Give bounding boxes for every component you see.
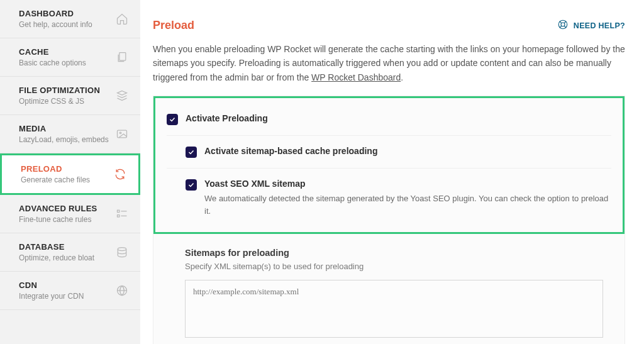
sitemaps-textarea[interactable] bbox=[185, 280, 603, 338]
option-label: Activate sitemap-based cache preloading bbox=[204, 146, 611, 156]
copy-icon bbox=[115, 50, 129, 64]
sidebar-item-advanced-rules[interactable]: ADVANCED RULES Fine-tune cache rules bbox=[0, 195, 140, 233]
sidebar-item-database[interactable]: DATABASE Optimize, reduce bloat bbox=[0, 233, 140, 272]
nav-subtitle: Get help, account info bbox=[19, 20, 115, 29]
sidebar: DASHBOARD Get help, account info CACHE B… bbox=[0, 0, 140, 344]
svg-rect-1 bbox=[118, 130, 127, 138]
database-icon bbox=[115, 245, 129, 259]
sitemaps-title: Sitemaps for preloading bbox=[185, 248, 603, 258]
svg-line-12 bbox=[564, 26, 566, 28]
sidebar-item-media[interactable]: MEDIA LazyLoad, emojis, embeds bbox=[0, 115, 140, 153]
nav-title: FILE OPTIMIZATION bbox=[19, 86, 115, 95]
svg-line-14 bbox=[564, 21, 566, 23]
home-icon bbox=[115, 12, 129, 26]
activate-sitemap-checkbox[interactable] bbox=[186, 147, 197, 158]
sitemaps-desc: Specify XML sitemap(s) to be used for pr… bbox=[185, 262, 603, 271]
nav-title: DASHBOARD bbox=[19, 9, 115, 18]
option-label: Yoast SEO XML sitemap bbox=[204, 179, 611, 189]
layers-icon bbox=[115, 89, 129, 103]
nav-title: DATABASE bbox=[19, 242, 115, 252]
help-icon bbox=[557, 19, 569, 32]
need-help-button[interactable]: NEED HELP? bbox=[557, 19, 625, 32]
sidebar-item-preload[interactable]: PRELOAD Generate cache files bbox=[0, 153, 140, 195]
option-activate-sitemap: Activate sitemap-based cache preloading bbox=[167, 135, 611, 168]
yoast-sitemap-checkbox[interactable] bbox=[186, 179, 197, 191]
nav-title: CDN bbox=[19, 280, 115, 290]
svg-line-11 bbox=[560, 21, 562, 23]
activate-preloading-checkbox[interactable] bbox=[167, 114, 178, 125]
nav-subtitle: Fine-tune cache rules bbox=[19, 215, 115, 224]
sitemaps-block: Sitemaps for preloading Specify XML site… bbox=[153, 234, 625, 344]
sidebar-item-cdn[interactable]: CDN Integrate your CDN bbox=[0, 272, 140, 310]
refresh-icon bbox=[113, 167, 127, 181]
svg-point-7 bbox=[118, 248, 126, 251]
page-title: Preload bbox=[153, 19, 194, 32]
nav-subtitle: LazyLoad, emojis, embeds bbox=[19, 135, 115, 144]
option-yoast-sitemap: Yoast SEO XML sitemap We automatically d… bbox=[167, 168, 611, 227]
option-activate-preloading: Activate Preloading bbox=[167, 107, 611, 135]
svg-rect-4 bbox=[118, 215, 119, 217]
list-icon bbox=[115, 207, 129, 221]
svg-point-2 bbox=[119, 132, 121, 134]
nav-subtitle: Integrate your CDN bbox=[19, 292, 115, 301]
nav-title: MEDIA bbox=[19, 124, 115, 133]
nav-title: PRELOAD bbox=[21, 164, 113, 174]
nav-subtitle: Basic cache options bbox=[19, 58, 115, 67]
help-label: NEED HELP? bbox=[574, 21, 625, 30]
preload-options-group: Activate Preloading Activate sitemap-bas… bbox=[153, 96, 625, 234]
nav-subtitle: Optimize CSS & JS bbox=[19, 97, 115, 106]
globe-icon bbox=[115, 284, 129, 297]
image-icon bbox=[115, 127, 129, 141]
option-desc: We automatically detected the sitemap ge… bbox=[204, 192, 611, 217]
option-label: Activate Preloading bbox=[186, 113, 611, 123]
svg-rect-3 bbox=[118, 210, 119, 212]
nav-subtitle: Optimize, reduce bloat bbox=[19, 253, 115, 262]
nav-subtitle: Generate cache files bbox=[21, 175, 113, 184]
sidebar-item-dashboard[interactable]: DASHBOARD Get help, account info bbox=[0, 0, 140, 38]
nav-title: ADVANCED RULES bbox=[19, 204, 115, 213]
settings-panel: Activate Preloading Activate sitemap-bas… bbox=[153, 96, 625, 344]
page-header: Preload NEED HELP? bbox=[153, 19, 625, 32]
sidebar-item-file-optimization[interactable]: FILE OPTIMIZATION Optimize CSS & JS bbox=[0, 77, 140, 115]
intro-text: When you enable preloading WP Rocket wil… bbox=[153, 42, 625, 84]
svg-point-10 bbox=[561, 23, 565, 26]
wp-rocket-dashboard-link[interactable]: WP Rocket Dashboard bbox=[311, 72, 401, 82]
sidebar-item-cache[interactable]: CACHE Basic cache options bbox=[0, 38, 140, 77]
nav-title: CACHE bbox=[19, 47, 115, 57]
svg-rect-0 bbox=[119, 53, 126, 61]
main-content: Preload NEED HELP? When you enable prelo… bbox=[140, 0, 644, 344]
svg-line-13 bbox=[560, 26, 562, 28]
